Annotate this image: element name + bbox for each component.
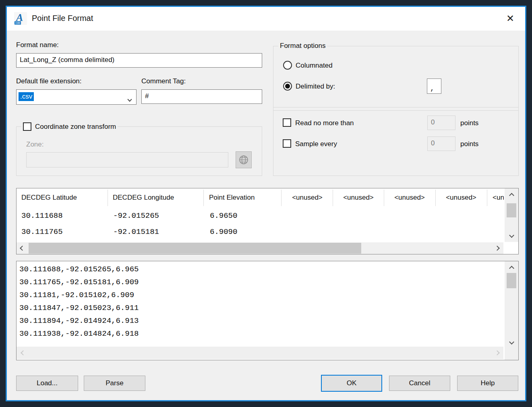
title-bar: A C3D Point File Format ✕ <box>7 7 525 31</box>
preview-line: 30.11181,-92.015102,6.909 <box>19 289 139 302</box>
zone-picker-button[interactable] <box>236 151 252 168</box>
columnated-label: Columnated <box>296 62 333 70</box>
read-points-suffix: points <box>460 119 478 127</box>
preview-lines: 30.111688,-92.015265,6.965 30.111765,-92… <box>19 263 139 340</box>
sample-every-checkbox[interactable] <box>283 139 291 148</box>
zone-transform-checkbox[interactable] <box>23 122 31 131</box>
column-separator <box>108 190 108 206</box>
column-separator <box>203 190 204 206</box>
comment-tag-input[interactable]: # <box>141 89 262 104</box>
format-name-label: Format name: <box>16 41 59 49</box>
column-header[interactable]: <unused> <box>338 188 379 207</box>
scroll-down-icon[interactable] <box>505 231 518 239</box>
column-separator <box>384 190 384 206</box>
table-vertical-scrollbar[interactable] <box>505 188 518 242</box>
preview-line: 30.111894,-92.014924,6.913 <box>19 314 139 327</box>
scroll-up-icon[interactable] <box>505 192 518 199</box>
sample-every-input[interactable]: 0 <box>427 136 455 151</box>
civil3d-badge: C3D <box>14 21 21 25</box>
preview-line: 30.111847,-92.015023,6.911 <box>19 302 139 314</box>
preview-line: 30.111688,-92.015265,6.965 <box>19 263 139 276</box>
point-file-format-dialog: A C3D Point File Format ✕ Format name: L… <box>6 6 526 401</box>
read-no-more-label: Read no more than <box>295 119 354 127</box>
preview-line: 30.111765,-92.015181,6.909 <box>19 276 139 289</box>
table-cell: -92.015181 <box>113 227 159 236</box>
close-icon[interactable]: ✕ <box>504 12 516 25</box>
comment-tag-label: Comment Tag: <box>141 77 186 85</box>
scroll-down-icon[interactable] <box>505 338 518 345</box>
load-button[interactable]: Load... <box>16 376 78 391</box>
sample-points-suffix: points <box>460 140 478 148</box>
table-horizontal-scrollbar[interactable] <box>17 242 503 254</box>
format-name-input[interactable]: Lat_Long_Z (comma delimited) <box>16 53 262 68</box>
default-extension-select[interactable]: .csv <box>16 89 137 105</box>
column-separator <box>435 190 436 206</box>
preview-horizontal-scrollbar[interactable] <box>17 347 503 359</box>
column-separator <box>333 190 333 206</box>
chevron-down-icon <box>128 95 131 103</box>
column-header[interactable]: DECDEG Longitude <box>113 188 201 207</box>
ok-button[interactable]: OK <box>321 375 382 392</box>
table-cell: 30.111765 <box>21 227 63 236</box>
zone-label: Zone: <box>26 140 43 149</box>
delimited-by-radio[interactable] <box>283 82 292 91</box>
table-cell: 6.9090 <box>210 227 237 236</box>
scroll-left-icon <box>17 347 29 359</box>
sample-every-label: Sample every <box>295 140 337 148</box>
file-preview-area[interactable]: 30.111688,-92.015265,6.965 30.111765,-92… <box>16 261 519 360</box>
column-header[interactable]: <unused> <box>287 188 327 207</box>
table-cell: -92.015265 <box>113 211 159 220</box>
columnated-radio[interactable] <box>283 61 292 70</box>
column-header-clipped[interactable]: <unused> <box>493 188 504 207</box>
column-header[interactable]: <unused> <box>441 188 481 207</box>
read-no-more-checkbox[interactable] <box>283 118 291 127</box>
column-header[interactable]: DECDEG Latitude <box>21 188 106 207</box>
delimited-by-label: Delimited by: <box>296 83 335 91</box>
scroll-right-icon <box>491 347 503 359</box>
format-options-group: Format options <box>273 42 519 111</box>
column-header[interactable]: Point Elevation <box>209 188 279 207</box>
scroll-thumb[interactable] <box>29 243 361 254</box>
scroll-left-icon[interactable] <box>17 242 28 254</box>
zone-transform-group: Coordinate zone transform <box>16 122 262 176</box>
column-separator <box>281 190 282 206</box>
scroll-thumb[interactable] <box>507 203 516 217</box>
help-button[interactable]: Help <box>457 376 518 391</box>
selected-extension: .csv <box>19 92 34 101</box>
scroll-up-icon[interactable] <box>505 264 518 272</box>
parse-button[interactable]: Parse <box>84 376 145 391</box>
read-no-more-input[interactable]: 0 <box>427 116 455 130</box>
table-cell: 30.111688 <box>21 211 63 220</box>
cancel-button[interactable]: Cancel <box>389 376 450 391</box>
zone-transform-label: Coordinate zone transform <box>35 123 116 131</box>
zone-input[interactable] <box>26 152 228 167</box>
column-separator <box>487 190 487 206</box>
delimiter-input[interactable]: , <box>427 79 441 94</box>
civil3d-app-icon: A C3D <box>14 12 27 25</box>
default-extension-label: Default file extension: <box>16 77 82 85</box>
scroll-thumb[interactable] <box>507 273 516 288</box>
dialog-title: Point File Format <box>32 14 93 23</box>
column-mapping-table: DECDEG Latitude DECDEG Longitude Point E… <box>16 188 519 254</box>
format-options-legend: Format options <box>278 42 327 50</box>
globe-icon <box>239 155 248 165</box>
preview-line: 30.111938,-92.014824,6.918 <box>19 327 139 340</box>
preview-vertical-scrollbar[interactable] <box>505 261 518 360</box>
scroll-right-icon[interactable] <box>491 242 503 254</box>
table-cell: 6.9650 <box>210 211 237 220</box>
delimiter-value: , <box>430 85 435 93</box>
column-header[interactable]: <unused> <box>389 188 430 207</box>
